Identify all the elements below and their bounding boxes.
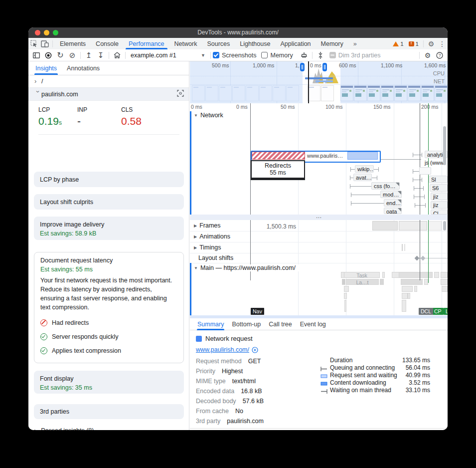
metric-inp[interactable]: INP - — [77, 106, 87, 127]
tab-event-log[interactable]: Event log — [300, 319, 326, 330]
device-toolbar-icon[interactable] — [39, 39, 50, 48]
details-tab-bar: Summary Bottom-up Call tree Event log — [190, 318, 448, 330]
network-request-pill[interactable]: jiz — [431, 193, 448, 200]
timeline-minimap[interactable]: 500 ms 1,000 ms 1, 0 ms 600 ms 1,100 ms … — [190, 61, 448, 104]
flame-task[interactable]: Task — [344, 272, 380, 278]
main-track-header[interactable]: ▼ Main — https://www.paulirish.com/ — [194, 264, 299, 271]
tab-call-tree[interactable]: Call tree — [268, 319, 293, 330]
minimap-tick: 1,100 ms — [381, 62, 402, 68]
tab-insights[interactable]: Insights — [34, 62, 58, 74]
capture-settings-gear-icon[interactable]: ⚙ — [422, 50, 434, 60]
tab-bottom-up[interactable]: Bottom-up — [231, 319, 261, 330]
minimap-left-handle[interactable] — [300, 63, 305, 71]
insight-card-font-display[interactable]: Font display Est savings: 35 ms — [34, 371, 184, 394]
insight-card-improve-image-delivery[interactable]: Improve image delivery Est savings: 58.9… — [34, 217, 184, 240]
shrink-rows-icon[interactable] — [315, 50, 326, 60]
tab-lighthouse[interactable]: Lighthouse — [235, 38, 275, 49]
network-request-pill[interactable]: mod… — [380, 191, 402, 198]
tab-application[interactable]: Application — [275, 38, 316, 49]
minimap-right-handle[interactable] — [322, 63, 327, 71]
redirects-annotation[interactable]: Redirects 55 ms — [251, 160, 305, 180]
screenshots-checkbox[interactable] — [213, 52, 219, 58]
field-row: From cacheNo — [196, 408, 243, 415]
insight-card-layout-shift-culprits[interactable]: Layout shift culprits — [34, 194, 184, 210]
frame-bar[interactable] — [428, 221, 442, 231]
insight-card-document-request-latency[interactable]: Document request latency Est savings: 55… — [34, 252, 184, 363]
network-request-pill[interactable]: end… — [384, 199, 402, 207]
minimap-tick: 1,000 ms — [253, 62, 274, 68]
insight-title: LCP by phase — [40, 176, 79, 183]
network-request-pill[interactable]: wikip… — [355, 165, 374, 173]
tab-elements[interactable]: Elements — [55, 38, 91, 49]
tab-memory[interactable]: Memory — [316, 38, 348, 49]
site-row[interactable]: › paulirish.com — [28, 88, 189, 101]
download-trace-icon[interactable]: ↧ — [95, 50, 107, 60]
network-track-header[interactable]: ▼ Network — [194, 112, 223, 119]
upload-trace-icon[interactable]: ↥ — [83, 50, 95, 60]
passed-insights-expander[interactable]: ▶ Passed insights (8) — [34, 427, 94, 430]
tab-console[interactable]: Console — [91, 38, 124, 49]
insight-card-lcp-by-phase[interactable]: LCP by phase — [34, 172, 184, 187]
reveal-request-icon[interactable] — [252, 347, 258, 353]
network-request-pill[interactable]: Sl — [429, 176, 448, 183]
network-track-scrollbar[interactable] — [443, 126, 446, 165]
network-request-pill[interactable]: avat… — [353, 174, 372, 181]
timings-track-header[interactable]: ▶ Timings — [194, 244, 221, 251]
frame-bar[interactable] — [372, 221, 398, 231]
tab-summary[interactable]: Summary — [197, 319, 224, 330]
lcp-marker-chip-2[interactable]: L — [444, 308, 448, 315]
more-tabs-button[interactable]: » — [348, 38, 362, 49]
tab-sources[interactable]: Sources — [202, 38, 235, 49]
network-request-pill[interactable]: jiz — [431, 201, 448, 209]
network-request-pill[interactable]: oata — [384, 208, 402, 214]
triangle-right-icon: ▶ — [194, 234, 197, 239]
dcl-marker-chip[interactable]: DCL — [419, 308, 433, 315]
breadcrumb-root-label: / — [41, 78, 43, 85]
home-icon[interactable] — [111, 50, 123, 60]
layout-shifts-track-header[interactable]: Layout shifts — [198, 254, 233, 261]
insights-sidebar: Insights Annotations › / › paulirish.com… — [28, 61, 189, 430]
frame-bar[interactable] — [399, 221, 427, 231]
minimap-tick: 1,600 ms — [424, 62, 446, 68]
layout-shift-marker[interactable] — [421, 256, 426, 261]
inspect-element-icon[interactable] — [28, 39, 39, 48]
garbage-collect-icon[interactable] — [298, 50, 310, 60]
insight-card-3rd-parties[interactable]: 3rd parties — [34, 404, 184, 419]
tab-performance[interactable]: Performance — [124, 38, 169, 49]
animations-track-header[interactable]: ▶ Animations — [194, 233, 230, 240]
kebab-menu-icon[interactable]: ⋮ — [437, 39, 448, 48]
metric-cls[interactable]: CLS 0.58 — [121, 106, 142, 127]
reload-and-record-icon[interactable]: ↻ — [54, 50, 66, 60]
divider — [210, 52, 211, 59]
network-request-pill[interactable]: Cl — [431, 210, 448, 215]
network-request-pill[interactable] — [419, 167, 431, 175]
clear-icon[interactable]: ⊘ — [66, 50, 78, 60]
main-track-label: Main — https://www.paulirish.com/ — [200, 264, 296, 271]
record-icon[interactable] — [42, 50, 54, 60]
tab-network[interactable]: Network — [169, 38, 202, 49]
field-mode-icon[interactable] — [177, 90, 184, 98]
metric-lcp[interactable]: LCP 0.19s — [38, 106, 62, 127]
flame-layout[interactable]: La…t — [346, 279, 379, 285]
toggle-sidebar-icon[interactable] — [30, 50, 42, 60]
lcp-marker-chip[interactable]: CP — [432, 308, 444, 315]
request-label: www.pauliris… — [307, 153, 343, 159]
tab-annotations[interactable]: Annotations — [66, 62, 101, 74]
frames-scrollbar[interactable] — [443, 221, 446, 231]
layout-shift-marker[interactable] — [415, 256, 420, 261]
breadcrumb-root-row[interactable]: › / — [28, 75, 189, 88]
track-resize-handle[interactable]: … — [190, 215, 448, 220]
warnings-badge[interactable]: 1 — [393, 41, 403, 47]
nav-marker-chip[interactable]: Nav — [251, 308, 264, 315]
screen: DevTools - www.paulirish.com/ Elements C… — [0, 0, 476, 468]
dark-box-icon — [320, 381, 328, 385]
help-icon[interactable]: ? — [434, 50, 446, 60]
memory-checkbox[interactable] — [261, 52, 268, 58]
settings-gear-icon[interactable]: ⚙ — [426, 39, 437, 48]
request-url-link[interactable]: www.paulirish.com/ — [196, 346, 249, 353]
frames-track-header[interactable]: ▶ Frames — [194, 222, 221, 229]
target-selector-dropdown[interactable]: example.com #1 ▼ — [128, 52, 208, 59]
network-request-pill[interactable]: S6 — [430, 184, 448, 192]
network-request-pill[interactable]: css (fo… — [371, 182, 400, 190]
issues-badge[interactable]: 1 — [409, 41, 419, 47]
